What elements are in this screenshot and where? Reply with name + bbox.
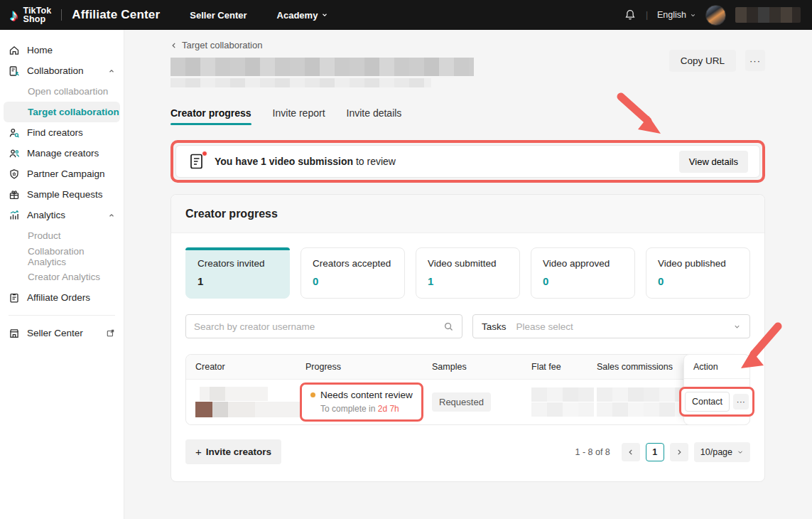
page-size-select[interactable]: 10/page bbox=[694, 442, 750, 462]
creator-search bbox=[185, 314, 462, 338]
breadcrumb[interactable]: Target collaboration bbox=[170, 40, 474, 50]
column-flat-fee: Flat fee bbox=[531, 362, 597, 372]
stat-creators-accepted[interactable]: Creators accepted 0 bbox=[301, 247, 405, 299]
column-progress: Progress bbox=[305, 362, 432, 372]
creators-table: Creator Progress Samples Flat fee Sales … bbox=[185, 354, 750, 425]
sidebar-item-analytics[interactable]: Analytics bbox=[0, 205, 124, 225]
tasks-label: Tasks bbox=[482, 321, 507, 332]
progress-status: Needs content review bbox=[310, 390, 413, 400]
notification-dot bbox=[202, 151, 207, 156]
copy-url-button[interactable]: Copy URL bbox=[669, 50, 736, 72]
section-title: Creator progress bbox=[171, 195, 764, 233]
progress-deadline: To complete in 2d 7h bbox=[310, 404, 413, 414]
sidebar-item-product[interactable]: Product bbox=[0, 225, 124, 246]
column-samples: Samples bbox=[432, 362, 531, 372]
bell-icon[interactable] bbox=[624, 9, 637, 21]
app-title: Affiliate Center bbox=[72, 8, 160, 22]
stat-value: 0 bbox=[658, 275, 738, 287]
collaboration-icon bbox=[9, 65, 20, 77]
tab-invite-report[interactable]: Invite report bbox=[273, 107, 325, 125]
stat-value: 1 bbox=[197, 275, 278, 287]
sidebar-item-label: Sample Requests bbox=[27, 189, 103, 200]
clipboard-icon bbox=[9, 292, 20, 304]
stat-label: Creators invited bbox=[197, 258, 278, 269]
sidebar-item-label: Affiliate Orders bbox=[27, 292, 90, 303]
row-more-button[interactable]: ··· bbox=[733, 394, 749, 410]
stat-creators-invited[interactable]: Creators invited 1 bbox=[185, 247, 290, 299]
stat-label: Video published bbox=[658, 258, 738, 269]
view-details-button[interactable]: View details bbox=[679, 151, 748, 173]
avatar[interactable] bbox=[705, 5, 726, 26]
language-selector[interactable]: English bbox=[657, 10, 696, 20]
prev-page-button[interactable] bbox=[622, 443, 640, 461]
sidebar-item-affiliate-orders[interactable]: Affiliate Orders bbox=[0, 287, 124, 308]
next-page-button[interactable] bbox=[670, 443, 688, 461]
more-actions-button[interactable]: ··· bbox=[745, 50, 765, 71]
submission-document-icon bbox=[189, 153, 205, 170]
home-icon bbox=[9, 45, 20, 56]
external-link-icon bbox=[106, 328, 115, 338]
top-bar: ♪ TikTok Shop Affiliate Center Seller Ce… bbox=[0, 0, 812, 30]
logo-text: TikTok Shop bbox=[23, 6, 52, 23]
topbar-divider bbox=[61, 9, 62, 21]
sidebar-item-label: Partner Campaign bbox=[27, 168, 105, 179]
stat-video-approved[interactable]: Video approved 0 bbox=[531, 247, 635, 299]
pagination: 1 - 8 of 8 1 10/page bbox=[575, 442, 750, 462]
redacted-flat-fee bbox=[531, 387, 597, 417]
sidebar-item-collaboration[interactable]: Collaboration bbox=[0, 60, 124, 81]
sidebar-item-label: Collaboration bbox=[27, 65, 84, 76]
shield-icon bbox=[9, 168, 20, 180]
status-dot-icon bbox=[310, 392, 315, 397]
stat-video-submitted[interactable]: Video submitted 1 bbox=[416, 247, 520, 299]
search-icon[interactable] bbox=[443, 321, 454, 332]
progress-stats: Creators invited 1 Creators accepted 0 V… bbox=[185, 247, 750, 299]
plus-icon: + bbox=[195, 446, 202, 458]
sidebar-item-home[interactable]: Home bbox=[0, 40, 124, 60]
video-submission-banner: You have 1 video submission to review Vi… bbox=[175, 145, 760, 178]
stat-value: 0 bbox=[543, 275, 623, 287]
tab-creator-progress[interactable]: Creator progress bbox=[170, 107, 251, 125]
creator-progress-card: Creator progress Creators invited 1 Crea… bbox=[170, 194, 765, 482]
sidebar-item-label: Find creators bbox=[27, 127, 83, 138]
column-action: Action bbox=[684, 355, 749, 379]
banner-text-bold: You have 1 video submission bbox=[215, 156, 353, 167]
chevron-up-icon[interactable] bbox=[108, 212, 115, 219]
chevron-left-icon bbox=[170, 42, 178, 49]
sidebar-item-creator-analytics[interactable]: Creator Analytics bbox=[0, 267, 124, 287]
page-size-label: 10/page bbox=[700, 447, 732, 457]
stat-value: 0 bbox=[313, 275, 393, 287]
sidebar-item-find-creators[interactable]: Find creators bbox=[0, 122, 124, 143]
nav-seller-center[interactable]: Seller Center bbox=[190, 10, 247, 21]
sidebar-item-partner-campaign[interactable]: Partner Campaign bbox=[0, 164, 124, 184]
stat-video-published[interactable]: Video published 0 bbox=[646, 247, 750, 299]
store-icon bbox=[9, 328, 20, 339]
sidebar-item-collaboration-analytics[interactable]: Collaboration Analytics bbox=[0, 246, 124, 267]
sidebar-item-sample-requests[interactable]: Sample Requests bbox=[0, 184, 124, 205]
column-sales-commissions: Sales commissions bbox=[597, 362, 681, 372]
redacted-sales-commissions bbox=[597, 387, 684, 417]
tasks-select[interactable]: Tasks Please select bbox=[472, 314, 750, 338]
sidebar-item-target-collaboration[interactable]: Target collaboration bbox=[4, 102, 120, 122]
tiktok-shop-logo[interactable]: ♪ TikTok Shop bbox=[10, 6, 51, 23]
invite-creators-button[interactable]: + Invite creators bbox=[185, 439, 281, 464]
tab-invite-details[interactable]: Invite details bbox=[347, 107, 402, 125]
chevron-up-icon[interactable] bbox=[108, 68, 115, 75]
sidebar-item-manage-creators[interactable]: Manage creators bbox=[0, 143, 124, 164]
main-content: Target collaboration Copy URL ··· Creato… bbox=[124, 30, 812, 519]
stat-value: 1 bbox=[428, 275, 508, 287]
sidebar-item-open-collaboration[interactable]: Open collaboartion bbox=[0, 81, 124, 102]
redacted-creator-cell bbox=[195, 387, 305, 417]
sidebar-item-seller-center[interactable]: Seller Center bbox=[0, 323, 124, 343]
deadline-prefix: To complete in bbox=[320, 404, 378, 414]
current-page[interactable]: 1 bbox=[646, 443, 664, 461]
samples-status-badge: Requested bbox=[432, 392, 491, 412]
nav-academy[interactable]: Academy bbox=[277, 10, 329, 21]
tab-bar: Creator progress Invite report Invite de… bbox=[170, 107, 765, 125]
contact-button[interactable]: Contact bbox=[685, 392, 730, 412]
chevron-left-icon bbox=[627, 449, 634, 456]
topbar-pipe: | bbox=[646, 10, 648, 20]
tasks-placeholder: Please select bbox=[516, 321, 573, 332]
search-input[interactable] bbox=[194, 321, 438, 332]
stat-label: Video submitted bbox=[428, 258, 508, 269]
sidebar-item-label: Home bbox=[27, 45, 53, 55]
